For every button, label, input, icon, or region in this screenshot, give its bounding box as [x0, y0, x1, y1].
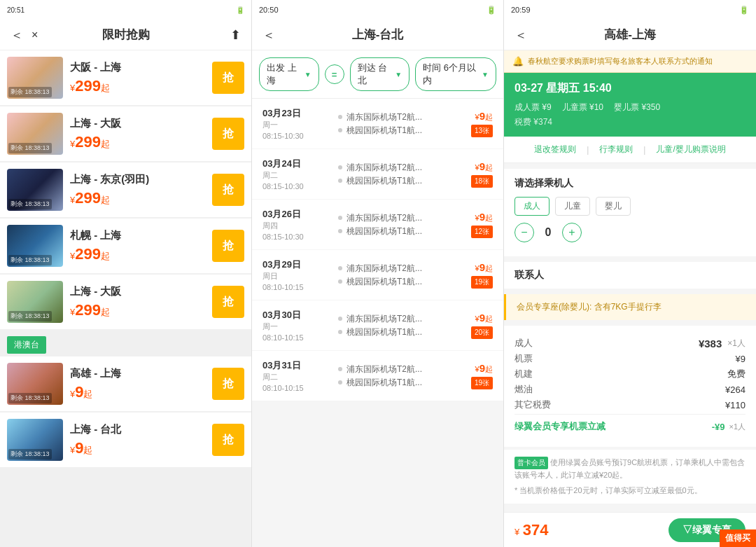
list-item[interactable]: 剩余 18:38:13 高雄 - 上海 ¥9起 抢: [0, 356, 251, 411]
airport-from: 浦东国际机场T2航...: [346, 313, 422, 325]
flight-thumb: 剩余 18:38:13: [7, 225, 63, 267]
watermark: 值得买: [720, 529, 756, 547]
flash-buy-btn[interactable]: 抢: [212, 424, 244, 456]
filter-to[interactable]: 到达 台北 ▼: [350, 57, 410, 91]
filter-from[interactable]: 出发 上海 ▼: [259, 57, 319, 91]
flight-info: 上海 - 大阪 ¥299起: [63, 117, 212, 151]
flight-time-str: 08:10-10:15: [262, 283, 332, 291]
flight-row[interactable]: 03月30日 周一 08:10-10:15 浦东国际机场T2航... 桃园国际机…: [252, 300, 503, 350]
flight-price-col: ¥9起 19张: [451, 261, 493, 289]
airport-row: 桃园国际机场T1航...: [338, 125, 445, 137]
flight-price-col: ¥9起 18张: [451, 160, 493, 188]
price-number: 299: [75, 301, 101, 319]
flight-time-str: 08:15-10:30: [262, 132, 332, 140]
status-bar-3: 20:59 🔋: [504, 0, 756, 20]
thumb-time: 剩余 18:38:13: [8, 143, 52, 153]
price-unit: 起: [485, 264, 493, 272]
dot-icon: [338, 266, 342, 270]
share-btn-1[interactable]: ⬆: [230, 27, 241, 43]
filter-time[interactable]: 时间 6个月以内 ▼: [415, 57, 496, 91]
price-unit: 起: [485, 314, 493, 323]
ticket-badge: 19张: [471, 377, 493, 389]
flight-price-col: ¥9起 20张: [451, 312, 493, 339]
flash-buy-btn[interactable]: 抢: [212, 118, 244, 150]
list-item[interactable]: 剩余 18:38:13 上海 - 大阪 ¥299起 抢: [0, 106, 251, 161]
flight-time-str: 08:15-10:30: [262, 233, 332, 241]
member-note-2: * 当机票价格低于20元时，订单实际可立减至最低0元。: [514, 485, 746, 497]
flight-date: 03月31日: [262, 359, 332, 372]
child-rules-link[interactable]: 儿童/婴儿购票说明: [656, 144, 725, 155]
airport-row: 桃园国际机场T1航...: [338, 175, 445, 187]
price-number: 9: [479, 362, 485, 374]
price-number: 9: [479, 261, 485, 273]
airport-row: 桃园国际机场T1航...: [338, 377, 445, 389]
panel-detail: 20:59 🔋 ＜ 高雄-上海 🔔 春秋航空要求购票时填写每名旅客本人联系方式的…: [504, 0, 756, 547]
back-btn-2[interactable]: ＜: [262, 27, 275, 43]
airport-from: 浦东国际机场T2航...: [346, 162, 422, 174]
list-item[interactable]: 剩余 18:38:13 上海 - 大阪 ¥299起 抢: [0, 275, 251, 329]
back-btn-3[interactable]: ＜: [514, 27, 527, 43]
flash-buy-btn[interactable]: 抢: [212, 286, 244, 318]
bottom-bar: ¥ 374 ▽绿翼专享: [504, 512, 756, 547]
increase-btn[interactable]: +: [562, 223, 582, 242]
close-btn-1[interactable]: ×: [31, 29, 38, 41]
dot-icon: [338, 229, 342, 233]
passenger-types: 成人 儿童 婴儿: [514, 197, 746, 216]
list-item[interactable]: 剩余 18:38:13 上海 - 台北 ¥9起 抢: [0, 413, 251, 467]
price-unit: 起: [485, 113, 493, 121]
pax-adult-type[interactable]: 成人: [514, 197, 550, 216]
pax-child-type[interactable]: 儿童: [555, 197, 590, 216]
price-from: ¥9起: [451, 211, 493, 223]
status-icons-1: 🔋: [236, 6, 244, 14]
chevron-down-icon: ▼: [482, 71, 489, 78]
flight-route: 上海 - 大阪: [70, 117, 205, 130]
dot-icon: [338, 279, 342, 284]
thumb-time: 剩余 18:38:13: [8, 255, 52, 265]
airport-to: 桃园国际机场T1航...: [346, 326, 422, 338]
back-btn-1[interactable]: ＜: [10, 27, 23, 43]
list-item[interactable]: 剩余 18:38:13 大阪 - 上海 ¥299起 抢: [0, 50, 251, 105]
pax-infant-type[interactable]: 婴儿: [596, 197, 631, 216]
price-from: ¥9起: [451, 110, 493, 123]
price-number: 299: [75, 133, 101, 151]
refund-rules-link[interactable]: 退改签规则: [534, 144, 576, 155]
flight-row[interactable]: 03月24日 周二 08:15-10:30 浦东国际机场T2航... 桃园国际机…: [252, 149, 503, 199]
status-bar-2: 20:50 🔋: [252, 0, 503, 20]
flight-date: 03月24日: [262, 158, 332, 170]
nav-bar-3: ＜ 高雄-上海: [504, 20, 756, 50]
flight-datetime: 03-27 星期五 15:40: [514, 81, 746, 96]
filter-equal[interactable]: =: [325, 64, 344, 84]
ticket-badge: 13张: [471, 125, 493, 137]
flight-route: 札幌 - 上海: [70, 229, 205, 242]
flash-buy-btn[interactable]: 抢: [212, 62, 244, 94]
baggage-rules-link[interactable]: 行李规则: [599, 144, 633, 155]
flight-info: 上海 - 台北 ¥9起: [63, 423, 212, 457]
price-row-construction: 机建 免费: [514, 368, 746, 380]
thumb-time: 剩余 18:38:13: [8, 87, 52, 97]
flight-date-info: 03月31日 周二 08:10-10:15: [262, 359, 332, 392]
price-unit: 起: [101, 83, 110, 93]
rules-bar: 退改签规则 | 行李规则 | 儿童/婴儿购票说明: [504, 137, 756, 163]
flight-route: 上海 - 台北: [70, 423, 205, 436]
flight-row[interactable]: 03月23日 周一 08:15-10:30 浦东国际机场T2航... 桃园国际机…: [252, 99, 503, 148]
flash-buy-btn[interactable]: 抢: [212, 230, 244, 262]
flight-date-info: 03月30日 周一 08:10-10:15: [262, 309, 332, 342]
flight-route: 上海 - 东京(羽田): [70, 173, 205, 186]
list-item[interactable]: 剩余 18:38:13 上海 - 东京(羽田) ¥299起 抢: [0, 162, 251, 217]
contact-label: 联系人: [514, 269, 746, 282]
flash-buy-btn[interactable]: 抢: [212, 368, 244, 400]
flight-row[interactable]: 03月31日 周二 08:10-10:15 浦东国际机场T2航... 桃园国际机…: [252, 351, 503, 401]
flight-row[interactable]: 03月29日 周日 08:10-10:15 浦东国际机场T2航... 桃园国际机…: [252, 250, 503, 300]
price-number: 299: [75, 77, 101, 95]
airport-row: 浦东国际机场T2航...: [338, 363, 445, 375]
price-unit: 起: [101, 251, 110, 261]
flight-info: 札幌 - 上海 ¥299起: [63, 229, 212, 263]
flash-buy-btn[interactable]: 抢: [212, 174, 244, 206]
list-item[interactable]: 剩余 18:38:13 札幌 - 上海 ¥299起 抢: [0, 219, 251, 273]
airport-row: 桃园国际机场T1航...: [338, 326, 445, 338]
passenger-section: 请选择乘机人 成人 儿童 婴儿 − 0 +: [504, 169, 756, 256]
decrease-btn[interactable]: −: [514, 223, 534, 242]
section-tag: 港澳台: [7, 336, 46, 354]
flight-row[interactable]: 03月26日 周四 08:15-10:30 浦东国际机场T2航... 桃园国际机…: [252, 200, 503, 249]
infant-ticket: 婴儿票 ¥350: [614, 102, 660, 113]
